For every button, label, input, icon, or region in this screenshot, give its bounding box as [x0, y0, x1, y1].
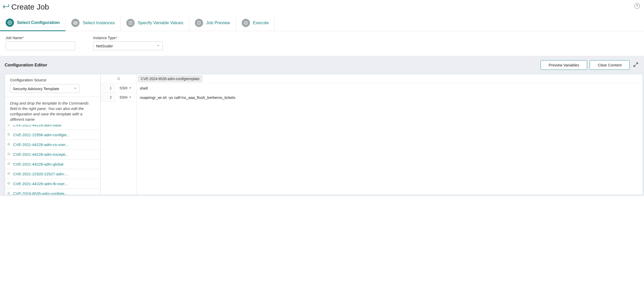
page-header: Create Job ?: [0, 0, 644, 15]
caret-down-icon: ▼: [129, 96, 132, 99]
instance-type-label: Instance Type*: [93, 36, 163, 40]
protocol-select[interactable]: SSH ▼: [115, 93, 136, 102]
template-item[interactable]: CVE-2021-44228-adm-base: [5, 125, 100, 130]
protocol-value: SSH: [119, 95, 127, 99]
instance-type-group: Instance Type* NetScaler: [93, 36, 163, 50]
gutter-row: 2 SSH ▼: [101, 93, 136, 102]
gutter-menu-icon[interactable]: [101, 74, 136, 83]
expand-icon[interactable]: [632, 61, 639, 69]
protocol-select[interactable]: SSH ▼: [115, 83, 136, 93]
instance-type-select[interactable]: NetScaler: [93, 41, 163, 50]
caret-down-icon: ▼: [129, 87, 132, 89]
editor-title: Configuration Editor: [5, 63, 47, 68]
drag-handle-icon[interactable]: [7, 182, 11, 186]
template-name: CVE-2024-8535-adm-configte...: [13, 191, 68, 195]
tab-label: Select Configuration: [17, 20, 60, 25]
form-row: Job Name* Instance Type* NetScaler: [0, 31, 644, 56]
variable-icon: [126, 19, 135, 27]
command-line[interactable]: nsapimgr_wr.sh -ys call=ns_aaa_flush_ker…: [137, 93, 643, 102]
editor-header: Configuration Editor Preview Variables C…: [5, 60, 643, 70]
template-name: CVE-2021-44228-adm-excepti...: [13, 152, 68, 157]
template-item[interactable]: CVE-2021-22920-22927-adm-...: [5, 169, 100, 179]
template-item[interactable]: CVE-2021-44228-adm-excepti...: [5, 150, 100, 159]
drag-handle-icon[interactable]: [7, 162, 11, 166]
commands-pane: CVE-2024-8535-adm-configtemplate shell n…: [137, 74, 643, 195]
drag-handle-icon[interactable]: [7, 142, 11, 147]
drag-handle-icon[interactable]: [7, 125, 11, 127]
gear-icon: [6, 19, 14, 27]
editor-body: Configuration Source Security Advisory T…: [5, 74, 643, 195]
config-source-select[interactable]: Security Advisory Template: [10, 84, 80, 93]
tab-job-preview[interactable]: Job Preview: [189, 15, 236, 31]
line-number: 2: [101, 93, 115, 102]
config-source-label: Configuration Source: [10, 78, 95, 82]
preview-variables-button[interactable]: Preview Variables: [541, 60, 587, 70]
configuration-editor-section: Configuration Editor Preview Variables C…: [0, 56, 644, 196]
preview-icon: [195, 19, 203, 27]
template-item[interactable]: CVE-2021-22956-adm-configte...: [5, 130, 100, 140]
template-name: CVE-2021-44228-adm-base: [13, 125, 62, 127]
tab-label: Job Preview: [206, 20, 230, 25]
sidebar-hint: Drag and drop the template to the Comman…: [5, 97, 100, 125]
template-list[interactable]: CVE-2021-44228-adm-base CVE-2021-22956-a…: [5, 125, 100, 195]
template-item[interactable]: CVE-2021-44228-adm-global: [5, 159, 100, 169]
file-tab[interactable]: CVE-2024-8535-adm-configtemplate: [138, 75, 203, 82]
template-name: CVE-2021-44228-adm-global: [13, 162, 63, 166]
job-name-input[interactable]: [6, 41, 75, 50]
svg-rect-2: [74, 23, 77, 24]
template-name: CVE-2021-44228-adm-lb-vser...: [13, 182, 68, 186]
template-name: CVE-2021-22920-22927-adm-...: [13, 172, 68, 176]
template-item[interactable]: CVE-2021-44228-adm-cs-vser...: [5, 140, 100, 150]
tab-execute[interactable]: Execute: [236, 15, 275, 31]
code-icon: [242, 19, 250, 27]
tab-label: Execute: [253, 20, 269, 25]
editor-gutter: 1 SSH ▼ 2 SSH ▼: [101, 74, 137, 195]
wizard-tabs: Select Configuration Select Instances Sp…: [0, 15, 644, 31]
svg-point-0: [9, 22, 11, 23]
server-icon: [71, 19, 80, 27]
tab-label: Select Instances: [83, 20, 115, 25]
editor-sidebar: Configuration Source Security Advisory T…: [5, 74, 101, 195]
svg-rect-1: [74, 22, 77, 23]
drag-handle-icon[interactable]: [7, 152, 11, 157]
drag-handle-icon[interactable]: [7, 172, 11, 176]
drag-handle-icon[interactable]: [7, 191, 11, 195]
tab-label: Specify Variable Values: [138, 20, 183, 25]
job-name-label: Job Name*: [6, 36, 75, 40]
instance-type-value: NetScaler: [96, 44, 113, 48]
template-item[interactable]: CVE-2021-44228-adm-lb-vser...: [5, 179, 100, 189]
back-icon[interactable]: [3, 4, 9, 10]
tab-specify-variable-values[interactable]: Specify Variable Values: [121, 15, 189, 31]
template-name: CVE-2021-22956-adm-configte...: [13, 133, 70, 137]
tab-select-configuration[interactable]: Select Configuration: [0, 15, 66, 31]
clear-content-button[interactable]: Clear Content: [590, 60, 630, 70]
help-icon[interactable]: ?: [634, 3, 640, 9]
config-source-value: Security Advisory Template: [13, 87, 59, 91]
job-name-group: Job Name*: [6, 36, 75, 50]
drag-handle-icon[interactable]: [7, 133, 11, 137]
gutter-row: 1 SSH ▼: [101, 83, 136, 93]
page-title: Create Job: [11, 3, 49, 11]
tab-select-instances[interactable]: Select Instances: [66, 15, 121, 31]
protocol-value: SSH: [119, 86, 127, 90]
template-item[interactable]: CVE-2024-8535-adm-configte...: [5, 189, 100, 195]
file-tab-bar: CVE-2024-8535-adm-configtemplate: [137, 74, 643, 83]
command-line[interactable]: shell: [137, 83, 643, 93]
template-name: CVE-2021-44228-adm-cs-vser...: [13, 142, 68, 147]
line-number: 1: [101, 83, 115, 93]
editor-actions: Preview Variables Clear Content: [541, 60, 639, 70]
